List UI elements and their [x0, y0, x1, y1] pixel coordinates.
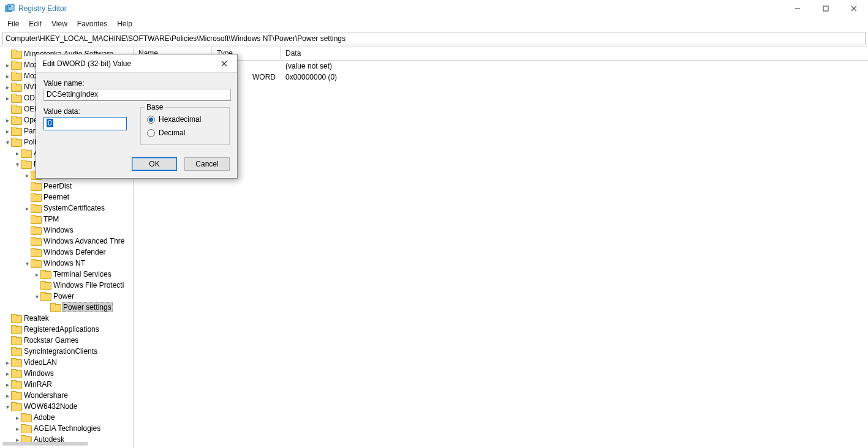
ok-button[interactable]: OK	[132, 157, 177, 171]
folder-icon	[11, 105, 21, 113]
folder-icon	[21, 424, 31, 433]
folder-icon	[11, 83, 21, 91]
tree-item[interactable]: ▸Windows	[0, 225, 133, 236]
minimize-button[interactable]	[783, 0, 812, 17]
folder-icon	[31, 182, 40, 190]
folder-icon	[11, 72, 21, 80]
folder-icon	[31, 259, 40, 267]
radio-icon	[147, 116, 155, 124]
tree-item[interactable]: ▸VideoLAN	[0, 357, 133, 368]
menu-favorites[interactable]: Favorites	[72, 18, 112, 29]
folder-icon	[11, 380, 21, 389]
tree-item[interactable]: ▸Windows File Protecti	[0, 280, 133, 291]
chevron-down-icon[interactable]: ▾	[13, 161, 21, 168]
tree-item[interactable]: ▸SyncIntegrationClients	[0, 346, 133, 357]
folder-icon	[11, 138, 21, 146]
tree-item-windows-nt[interactable]: ▾Windows NT	[0, 258, 133, 269]
folder-icon	[40, 281, 50, 289]
folder-icon	[21, 160, 31, 168]
menubar: File Edit View Favorites Help	[0, 17, 868, 31]
value-data-label: Value data:	[43, 107, 139, 116]
dialog-titlebar[interactable]: Edit DWORD (32-bit) Value	[36, 54, 237, 73]
value-name-label: Value name:	[43, 79, 230, 88]
cancel-button[interactable]: Cancel	[184, 157, 230, 171]
tree-item[interactable]: ▸Windows Defender	[0, 247, 133, 258]
address-bar[interactable]: Computer\HKEY_LOCAL_MACHINE\SOFTWARE\Pol…	[2, 32, 866, 45]
folder-icon	[11, 325, 21, 334]
radio-decimal[interactable]: Decimal	[147, 126, 223, 140]
base-label: Base	[145, 103, 165, 111]
tree-item-power-settings[interactable]: ▸Power settings	[0, 302, 133, 313]
address-text: Computer\HKEY_LOCAL_MACHINE\SOFTWARE\Pol…	[6, 34, 345, 43]
folder-icon	[11, 358, 21, 367]
folder-icon	[11, 50, 21, 58]
folder-icon	[31, 226, 40, 234]
maximize-button[interactable]	[812, 0, 840, 17]
menu-file[interactable]: File	[2, 18, 24, 29]
base-group: Base Hexadecimal Decimal	[140, 107, 230, 145]
folder-icon	[11, 61, 21, 69]
chevron-down-icon[interactable]: ▾	[4, 139, 11, 146]
menu-help[interactable]: Help	[112, 18, 137, 29]
registry-editor-window: Registry Editor File Edit View Favorites…	[0, 0, 868, 448]
folder-icon	[11, 391, 21, 400]
dialog-title: Edit DWORD (32-bit) Value	[42, 59, 131, 68]
col-data[interactable]: Data	[281, 47, 868, 60]
folder-icon	[11, 314, 21, 323]
folder-icon	[50, 303, 60, 312]
folder-icon	[11, 336, 21, 345]
tree-item[interactable]: ▸SystemCertificates	[0, 203, 133, 214]
tree-item[interactable]: ▸Windows Advanced Thre	[0, 236, 133, 247]
value-name-input[interactable]: DCSettingIndex	[43, 89, 231, 101]
regedit-icon	[5, 4, 15, 13]
tree-item[interactable]: ▸Peernet	[0, 192, 133, 203]
folder-icon	[21, 149, 31, 157]
folder-icon	[31, 237, 40, 245]
values-list[interactable]: Name Type Data (value not set) WORD 0x00…	[134, 47, 868, 448]
close-button[interactable]	[840, 0, 868, 17]
tree-item[interactable]: ▸Wondershare	[0, 390, 133, 401]
folder-icon	[21, 413, 31, 422]
chevron-down-icon[interactable]: ▾	[4, 403, 11, 410]
folder-icon	[11, 347, 21, 356]
value-data-input[interactable]: 0	[43, 117, 127, 130]
tree-item[interactable]: ▸RegisteredApplications	[0, 324, 133, 335]
menu-view[interactable]: View	[47, 18, 72, 29]
edit-dword-dialog: Edit DWORD (32-bit) Value Value name: DC…	[36, 54, 238, 179]
list-row[interactable]: (value not set)	[134, 61, 868, 72]
tree-item-wow6432[interactable]: ▾WOW6432Node	[0, 401, 133, 412]
folder-icon	[31, 215, 40, 223]
svg-rect-4	[823, 6, 828, 11]
dialog-close-button[interactable]	[212, 55, 236, 72]
folder-icon	[31, 204, 40, 212]
radio-icon	[147, 129, 155, 137]
titlebar: Registry Editor	[0, 0, 868, 17]
tree-item[interactable]: ▸Realtek	[0, 313, 133, 324]
tree-item[interactable]: ▸AGEIA Technologies	[0, 423, 133, 434]
tree-item-power[interactable]: ▾Power	[0, 291, 133, 302]
tree-item[interactable]: ▸PeerDist	[0, 181, 133, 192]
radio-hexadecimal[interactable]: Hexadecimal	[147, 113, 223, 126]
tree-item[interactable]: ▸Windows	[0, 368, 133, 379]
folder-icon	[40, 270, 50, 278]
menu-edit[interactable]: Edit	[24, 18, 47, 29]
chevron-down-icon[interactable]: ▾	[33, 293, 40, 300]
folder-icon	[31, 248, 40, 256]
tree-item[interactable]: ▸Adobe	[0, 412, 133, 423]
folder-icon	[11, 116, 21, 124]
window-controls	[783, 0, 868, 17]
tree-item[interactable]: ▸Terminal Services	[0, 269, 133, 280]
list-row[interactable]: WORD 0x00000000 (0)	[134, 72, 868, 83]
tree-item[interactable]: ▸WinRAR	[0, 379, 133, 390]
tree-item[interactable]: ▸Rockstar Games	[0, 335, 133, 346]
folder-icon	[11, 127, 21, 135]
chevron-down-icon[interactable]: ▾	[23, 260, 31, 267]
tree-item[interactable]: ▸TPM	[0, 214, 133, 225]
horizontal-scrollbar[interactable]	[2, 442, 88, 446]
folder-icon	[11, 94, 21, 102]
folder-icon	[40, 292, 50, 301]
folder-icon	[31, 193, 40, 201]
folder-icon	[11, 402, 21, 411]
window-title: Registry Editor	[18, 4, 67, 13]
list-header: Name Type Data	[134, 47, 868, 61]
